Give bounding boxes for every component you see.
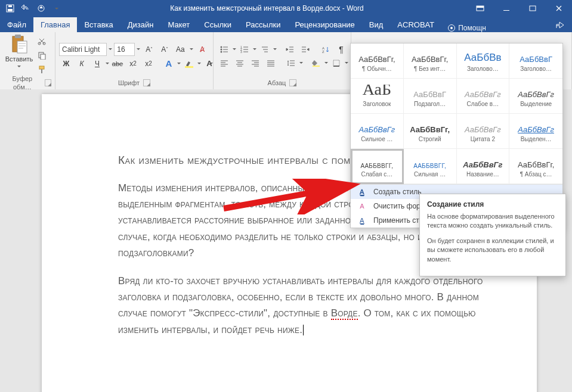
numbering-dropdown-icon[interactable] xyxy=(253,46,256,52)
style-cell-13[interactable]: ААББВВГГ,Сильная … xyxy=(404,149,457,184)
create-style-icon: A̲ xyxy=(357,188,367,196)
borders-dropdown-icon[interactable] xyxy=(345,60,348,66)
highlight-dropdown-icon[interactable] xyxy=(197,61,201,66)
show-marks-icon[interactable]: ¶ xyxy=(334,43,348,55)
superscript-button[interactable]: x2 xyxy=(141,58,156,70)
svg-text:Z: Z xyxy=(322,50,324,53)
highlight-icon[interactable] xyxy=(182,58,196,70)
style-name: Подзагол… xyxy=(414,101,446,109)
tab-review[interactable]: Рецензирование xyxy=(287,17,361,32)
numbering-icon[interactable]: 123 xyxy=(237,43,252,55)
style-cell-6[interactable]: АаБбВвГгСлабое в… xyxy=(457,79,510,114)
tab-insert[interactable]: Вставка xyxy=(77,17,120,32)
style-cell-11[interactable]: АаБбВвГгВыделен… xyxy=(509,114,562,149)
shading-icon[interactable] xyxy=(309,57,323,69)
align-justify-icon[interactable] xyxy=(264,57,278,69)
style-cell-0[interactable]: АаБбВвГг,¶ Обычн… xyxy=(351,43,404,79)
style-preview: АаБ xyxy=(352,85,402,99)
redo-icon[interactable] xyxy=(35,2,48,15)
copy-icon[interactable] xyxy=(35,49,49,61)
font-dialog-icon[interactable] xyxy=(143,79,150,86)
align-left-icon[interactable] xyxy=(217,57,231,69)
line-spacing-dropdown-icon[interactable] xyxy=(299,60,303,66)
style-cell-5[interactable]: АаБбВвГПодзагол… xyxy=(404,79,457,114)
shrink-font-icon[interactable]: A˅ xyxy=(157,43,172,55)
svg-point-20 xyxy=(221,46,222,48)
outdent-icon[interactable] xyxy=(283,43,297,55)
close-icon[interactable] xyxy=(546,0,572,17)
styles-clear-label: Очистить фор xyxy=(373,202,421,210)
paste-button[interactable]: Вставить xyxy=(6,34,32,69)
bullets-dropdown-icon[interactable] xyxy=(233,46,236,52)
ribbon-options-icon[interactable] xyxy=(467,0,493,17)
tab-view[interactable]: Вид xyxy=(362,17,391,32)
cut-icon[interactable] xyxy=(35,35,49,47)
clear-format-icon[interactable]: A̷ xyxy=(195,43,209,55)
indent-icon[interactable] xyxy=(298,43,313,55)
paragraph-dialog-icon[interactable] xyxy=(289,79,296,86)
align-center-icon[interactable] xyxy=(233,57,247,69)
font-size-dropdown-icon[interactable] xyxy=(136,46,141,52)
paste-label: Вставить xyxy=(5,55,33,63)
change-case-dropdown-icon[interactable] xyxy=(188,46,194,52)
style-cell-12[interactable]: ААББВВГГ,Слабая с… xyxy=(351,149,404,184)
strike-button[interactable]: abe xyxy=(110,58,125,70)
line-spacing-icon[interactable] xyxy=(284,57,298,69)
grow-font-icon[interactable]: A˄ xyxy=(142,43,156,55)
text-effects-dropdown-icon[interactable] xyxy=(177,61,181,66)
format-painter-icon[interactable] xyxy=(35,64,49,76)
multilevel-icon[interactable] xyxy=(258,43,272,55)
style-cell-15[interactable]: АаБбВвГг,¶ Абзац с… xyxy=(509,149,562,184)
maximize-icon[interactable] xyxy=(520,0,546,17)
tab-home[interactable]: Главная xyxy=(33,17,77,32)
share-icon[interactable] xyxy=(548,17,572,32)
text-effects-icon[interactable]: A xyxy=(162,58,176,70)
bold-button[interactable]: Ж xyxy=(59,58,73,70)
tab-design[interactable]: Дизайн xyxy=(120,17,161,32)
style-cell-14[interactable]: АаБбВвГгНазвание… xyxy=(457,149,510,184)
minimize-icon[interactable] xyxy=(493,0,520,17)
svg-rect-16 xyxy=(41,54,45,60)
tab-references[interactable]: Ссылки xyxy=(197,17,239,32)
style-cell-4[interactable]: АаБЗаголовок xyxy=(351,79,404,114)
style-cell-8[interactable]: АаБбВвГгСильное … xyxy=(351,114,404,149)
italic-button[interactable]: К xyxy=(75,58,89,70)
tell-me[interactable]: Помощн xyxy=(441,24,492,32)
style-cell-3[interactable]: АаБбВвГЗаголово… xyxy=(509,43,562,79)
style-cell-2[interactable]: АаБбВвЗаголово… xyxy=(457,43,510,79)
qat-more-icon[interactable] xyxy=(50,2,63,15)
tab-mailings[interactable]: Рассылки xyxy=(239,17,287,32)
doc-spellerror[interactable]: Ворде xyxy=(331,307,358,320)
undo-icon[interactable] xyxy=(19,2,32,15)
font-color-dropdown-icon[interactable] xyxy=(209,61,213,66)
tab-acrobat[interactable]: ACROBAT xyxy=(390,17,441,32)
shading-dropdown-icon[interactable] xyxy=(324,60,328,66)
font-size-combo[interactable]: 16 xyxy=(114,43,134,56)
underline-dropdown-icon[interactable] xyxy=(106,61,109,66)
multilevel-dropdown-icon[interactable] xyxy=(273,46,277,52)
font-name-dropdown-icon[interactable] xyxy=(108,46,113,52)
style-cell-7[interactable]: АаБбВвГгВыделение xyxy=(509,79,562,114)
font-name-combo[interactable]: Calibri Light xyxy=(59,43,107,56)
sort-icon[interactable]: AZ xyxy=(319,43,333,55)
change-case-icon[interactable]: Aa xyxy=(173,43,187,55)
style-cell-10[interactable]: АаБбВвГгЦитата 2 xyxy=(457,114,510,149)
borders-icon[interactable] xyxy=(329,57,344,69)
paste-dropdown-icon[interactable] xyxy=(16,64,22,69)
underline-button[interactable]: Ч xyxy=(90,58,104,70)
styles-create-label: Создать стиль xyxy=(373,188,421,196)
clipboard-dialog-icon[interactable] xyxy=(45,79,51,86)
save-icon[interactable] xyxy=(4,2,17,15)
style-preview: АаБбВвГг xyxy=(458,155,508,169)
subscript-button[interactable]: x2 xyxy=(126,58,140,70)
style-cell-9[interactable]: АаБбВвГг,Строгий xyxy=(404,114,457,149)
style-cell-1[interactable]: АаБбВвГг,¶ Без инт… xyxy=(404,43,457,79)
svg-rect-2 xyxy=(8,5,12,7)
tab-file[interactable]: Файл xyxy=(0,17,33,32)
bullets-icon[interactable] xyxy=(217,43,231,55)
doc-paragraph-2[interactable]: Вряд ли кто-то захочет вручную устанавли… xyxy=(118,273,499,338)
align-right-icon[interactable] xyxy=(248,57,262,69)
tab-layout[interactable]: Макет xyxy=(160,17,197,32)
group-clipboard-label: Буфер обм… xyxy=(4,74,41,91)
group-clipboard: Вставить Буфер обм… xyxy=(0,32,55,89)
